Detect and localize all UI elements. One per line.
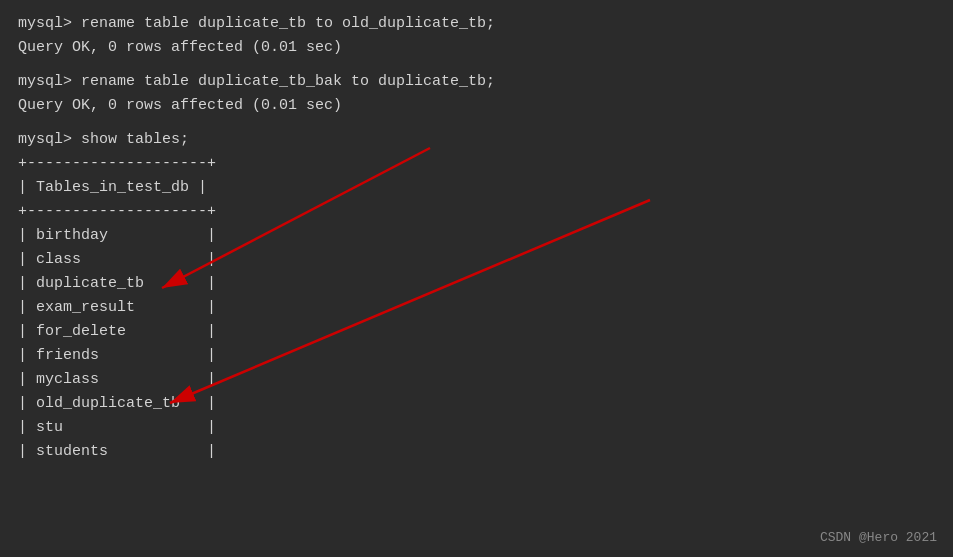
table-border-mid: +--------------------+ bbox=[18, 200, 935, 224]
table-row-old-duplicate-tb: | old_duplicate_tb | bbox=[18, 392, 935, 416]
table-row-class: | class | bbox=[18, 248, 935, 272]
spacer-2 bbox=[18, 118, 935, 128]
watermark: CSDN @Hero 2021 bbox=[820, 530, 937, 545]
command-line-3: mysql> show tables; bbox=[18, 128, 935, 152]
spacer-1 bbox=[18, 60, 935, 70]
table-row-for-delete: | for_delete | bbox=[18, 320, 935, 344]
table-row-myclass: | myclass | bbox=[18, 368, 935, 392]
table-row-exam-result: | exam_result | bbox=[18, 296, 935, 320]
terminal: mysql> rename table duplicate_tb to old_… bbox=[0, 0, 953, 557]
table-header: | Tables_in_test_db | bbox=[18, 176, 935, 200]
command-line-2: mysql> rename table duplicate_tb_bak to … bbox=[18, 70, 935, 94]
result-line-2: Query OK, 0 rows affected (0.01 sec) bbox=[18, 94, 935, 118]
table-row-students: | students | bbox=[18, 440, 935, 464]
table-border-top: +--------------------+ bbox=[18, 152, 935, 176]
result-line-1: Query OK, 0 rows affected (0.01 sec) bbox=[18, 36, 935, 60]
table-row-friends: | friends | bbox=[18, 344, 935, 368]
table-row-duplicate-tb: | duplicate_tb | bbox=[18, 272, 935, 296]
table-row-birthday: | birthday | bbox=[18, 224, 935, 248]
command-line-1: mysql> rename table duplicate_tb to old_… bbox=[18, 12, 935, 36]
table-row-stu: | stu | bbox=[18, 416, 935, 440]
